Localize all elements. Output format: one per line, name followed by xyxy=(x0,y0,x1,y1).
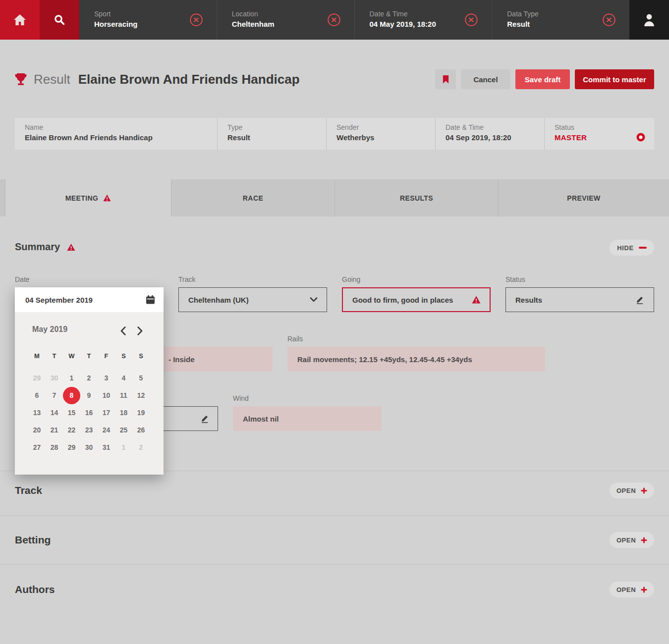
hide-summary-button[interactable]: HIDE xyxy=(610,240,654,256)
calendar-day[interactable]: 10 xyxy=(98,387,115,404)
filter-chip-datetime[interactable]: Date & Time 04 May 2019, 18:20 xyxy=(354,0,492,40)
calendar-day[interactable]: 30 xyxy=(46,370,63,387)
track-select[interactable]: Cheltenham (UK) xyxy=(178,287,327,312)
calendar-day[interactable]: 22 xyxy=(63,422,80,439)
calendar-day[interactable]: 7 xyxy=(46,387,63,404)
info-value: 04 Sep 2019, 18:20 xyxy=(446,133,544,142)
tab-label: RACE xyxy=(243,194,263,202)
calendar-day[interactable]: 21 xyxy=(46,422,63,439)
wind-value: Almost nil xyxy=(243,415,279,423)
calendar-day[interactable]: 12 xyxy=(132,387,150,404)
calendar-day[interactable]: 24 xyxy=(98,422,115,439)
page-title: Elaine Brown And Friends Handicap xyxy=(78,72,300,87)
tab-label: RESULTS xyxy=(400,194,433,202)
calendar-day[interactable]: 1 xyxy=(115,439,132,456)
calendar-day[interactable]: 30 xyxy=(80,439,98,456)
calendar-day[interactable]: 29 xyxy=(28,370,46,387)
going-field[interactable]: Good to firm, good in places xyxy=(342,287,491,312)
search-icon xyxy=(54,14,65,26)
rails-field[interactable]: Rail movements; 12.15 +45yds, 12.45-4.45… xyxy=(287,347,545,372)
section-authors-heading: Authors xyxy=(15,584,55,595)
calendar-day[interactable]: 5 xyxy=(132,370,150,387)
chevron-right-icon xyxy=(137,326,143,335)
calendar-day[interactable]: 23 xyxy=(80,422,98,439)
remove-filter-button[interactable] xyxy=(603,13,615,26)
calendar-day[interactable]: 1 xyxy=(63,370,80,387)
filter-chip-sport[interactable]: Sport Horseracing xyxy=(79,0,217,40)
calendar-weekday: T xyxy=(46,347,63,365)
trophy-icon xyxy=(15,73,27,86)
going-label: Going xyxy=(342,275,360,283)
flag-button[interactable] xyxy=(435,69,456,89)
filter-chip-location[interactable]: Location Cheltenham xyxy=(217,0,354,40)
summary-heading: Summary xyxy=(15,241,75,253)
filter-chip-datatype[interactable]: Data Type Result xyxy=(492,0,629,40)
calendar-day[interactable]: 31 xyxy=(98,439,115,456)
remove-filter-button[interactable] xyxy=(328,13,340,26)
course-value: - Inside xyxy=(168,355,195,364)
pencil-icon xyxy=(635,295,645,305)
calendar-prev-button[interactable] xyxy=(116,324,130,338)
tab-meeting[interactable]: MEETING xyxy=(5,179,171,216)
open-betting-button[interactable]: OPEN xyxy=(610,532,654,548)
chevron-down-icon xyxy=(310,297,318,302)
calendar-weekday: T xyxy=(80,347,98,365)
wind-field[interactable]: Almost nil xyxy=(233,406,382,431)
date-input[interactable]: 04 September 2019 xyxy=(15,287,164,312)
calendar-day[interactable]: 3 xyxy=(98,370,115,387)
user-menu-button[interactable] xyxy=(629,0,669,40)
calendar-day[interactable]: 15 xyxy=(63,404,80,422)
calendar-day-selected[interactable]: 8 xyxy=(63,387,80,404)
filter-chips: Sport Horseracing Location Cheltenham Da… xyxy=(79,0,629,40)
track-value: Cheltenham (UK) xyxy=(188,296,249,304)
calendar-day[interactable]: 28 xyxy=(46,439,63,456)
calendar-weekday: S xyxy=(115,347,132,365)
calendar-day[interactable]: 18 xyxy=(115,404,132,422)
chevron-left-icon xyxy=(120,326,126,335)
tab-results[interactable]: RESULTS xyxy=(334,179,498,216)
tab-edge xyxy=(0,179,5,216)
tab-race[interactable]: RACE xyxy=(171,179,334,216)
calendar-day[interactable]: 26 xyxy=(132,422,150,439)
info-label: Type xyxy=(227,123,326,131)
calendar-weekday: F xyxy=(98,347,115,365)
warning-icon xyxy=(103,194,111,202)
cancel-button[interactable]: Cancel xyxy=(461,69,510,89)
remove-filter-button[interactable] xyxy=(190,13,203,26)
search-button[interactable] xyxy=(40,0,79,40)
calendar-day[interactable]: 9 xyxy=(80,387,98,404)
calendar-icon xyxy=(145,295,156,305)
calendar-day[interactable]: 2 xyxy=(132,439,150,456)
calendar-day[interactable]: 2 xyxy=(80,370,98,387)
warning-icon xyxy=(67,243,75,251)
calendar-day[interactable]: 17 xyxy=(98,404,115,422)
info-label: Sender xyxy=(336,123,435,131)
calendar-panel: May 2019 MTWTFSS 29301234567891011121314… xyxy=(15,312,164,475)
home-button[interactable] xyxy=(0,0,40,40)
tab-preview[interactable]: PREVIEW xyxy=(498,179,669,216)
calendar-day[interactable]: 20 xyxy=(28,422,46,439)
rails-label: Rails xyxy=(287,335,303,343)
info-cell-type: Type Result xyxy=(217,118,326,150)
calendar-weekday: W xyxy=(63,347,80,365)
calendar-day[interactable]: 13 xyxy=(28,404,46,422)
calendar-day[interactable]: 19 xyxy=(132,404,150,422)
x-circle-icon xyxy=(190,13,203,26)
calendar-next-button[interactable] xyxy=(133,324,147,338)
calendar-day[interactable]: 6 xyxy=(28,387,46,404)
calendar-day[interactable]: 25 xyxy=(115,422,132,439)
save-draft-button[interactable]: Save draft xyxy=(515,69,570,89)
calendar-day[interactable]: 29 xyxy=(63,439,80,456)
open-authors-button[interactable]: OPEN xyxy=(610,582,654,597)
status-field[interactable]: Results xyxy=(505,287,654,312)
calendar-day[interactable]: 11 xyxy=(115,387,132,404)
calendar-day[interactable]: 14 xyxy=(46,404,63,422)
open-track-button[interactable]: OPEN xyxy=(610,483,654,498)
remove-filter-button[interactable] xyxy=(465,13,478,26)
commit-to-master-button[interactable]: Commit to master xyxy=(575,69,654,89)
commit-label: Commit to master xyxy=(583,75,646,84)
header-actions: Cancel Save draft Commit to master xyxy=(435,69,654,89)
calendar-day[interactable]: 4 xyxy=(115,370,132,387)
calendar-day[interactable]: 16 xyxy=(80,404,98,422)
calendar-day[interactable]: 27 xyxy=(28,439,46,456)
